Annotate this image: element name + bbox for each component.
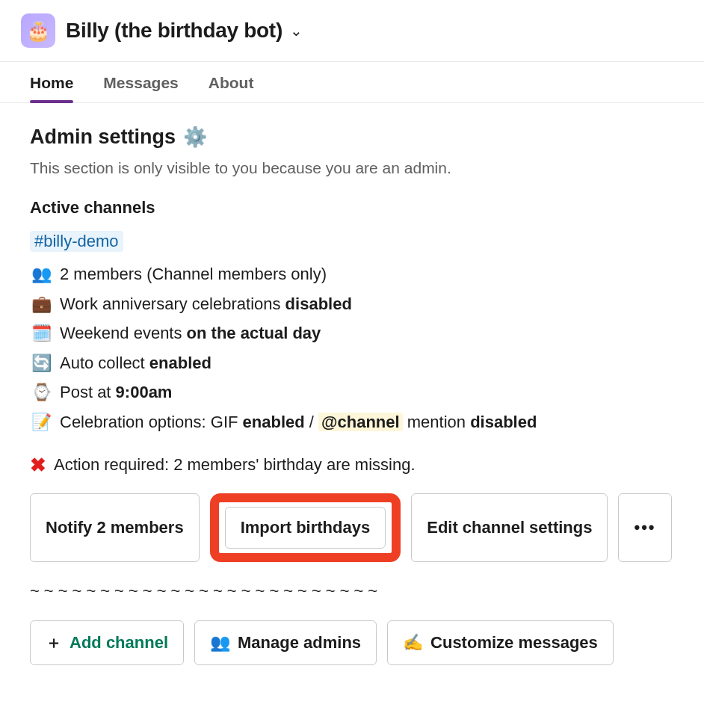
mention-state: disabled [470, 413, 537, 431]
anniversary-state: disabled [285, 294, 352, 313]
info-posttime: ⌚ Post at 9:00am [30, 377, 674, 407]
import-birthdays-button[interactable]: Import birthdays [225, 507, 386, 549]
members-icon: 👥 [30, 259, 52, 289]
add-channel-label: Add channel [70, 633, 168, 653]
members-count: 2 members [60, 265, 146, 283]
customize-messages-button[interactable]: ✍️ Customize messages [387, 620, 614, 665]
section-title-text: Admin settings [30, 126, 176, 149]
tab-about[interactable]: About [209, 62, 254, 102]
weekend-label: Weekend events [60, 324, 187, 342]
tab-messages[interactable]: Messages [103, 62, 178, 102]
mention-tag: @channel [318, 413, 403, 431]
tab-bar: Home Messages About [0, 61, 704, 103]
active-channels-heading: Active channels [30, 198, 674, 218]
content-area: Admin settings ⚙️ This section is only v… [0, 103, 704, 703]
app-title[interactable]: Billy (the birthday bot) [66, 19, 282, 43]
posttime-value: 9:00am [116, 383, 173, 401]
admin-notice: This section is only visible to you beca… [30, 159, 674, 177]
channel-link[interactable]: #billy-demo [30, 231, 123, 252]
manage-admins-button[interactable]: 👥 Manage admins [194, 620, 377, 665]
admin-actions-row: ＋ Add channel 👥 Manage admins ✍️ Customi… [30, 620, 674, 665]
posttime-label: Post at [60, 383, 116, 401]
app-header: 🎂 Billy (the birthday bot) ⌄ [0, 0, 704, 61]
briefcase-icon: 💼 [30, 289, 52, 319]
action-required-text: Action required: 2 members' birthday are… [54, 455, 416, 475]
app-icon: 🎂 [21, 13, 55, 48]
action-required-row: ✖ Action required: 2 members' birthday a… [30, 454, 674, 477]
members-scope: (Channel members only) [146, 265, 327, 283]
add-channel-button[interactable]: ＋ Add channel [30, 620, 184, 665]
info-anniversary: 💼 Work anniversary celebrations disabled [30, 289, 674, 319]
manage-admins-label: Manage admins [238, 633, 361, 653]
calendar-icon: 🗓️ [30, 318, 52, 348]
mention-after: mention [403, 413, 471, 431]
gif-state: enabled [243, 413, 305, 431]
weekend-state: on the actual day [187, 324, 321, 342]
gear-icon: ⚙️ [183, 126, 207, 149]
people-icon: 👥 [210, 633, 230, 653]
writing-icon: ✍️ [403, 633, 423, 653]
plus-icon: ＋ [46, 632, 62, 654]
channel-actions-row: Notify 2 members Import birthdays Edit c… [30, 493, 674, 562]
overflow-menu-button[interactable]: ••• [618, 493, 671, 562]
celebration-prefix: Celebration options: GIF [60, 413, 243, 431]
info-members: 👥 2 members (Channel members only) [30, 259, 674, 289]
chevron-down-icon[interactable]: ⌄ [290, 22, 303, 40]
section-title: Admin settings ⚙️ [30, 126, 674, 149]
memo-icon: 📝 [30, 407, 52, 437]
info-autocollect: 🔄 Auto collect enabled [30, 348, 674, 378]
autocollect-label: Auto collect [60, 354, 149, 372]
section-divider: ~~~~~~~~~~~~~~~~~~~~~~~~~ [30, 582, 674, 601]
highlight-frame: Import birthdays [210, 493, 401, 562]
cake-icon: 🎂 [26, 19, 50, 43]
celebration-sep: / [305, 413, 318, 431]
sync-icon: 🔄 [30, 348, 52, 378]
x-icon: ✖ [30, 454, 46, 477]
anniversary-label: Work anniversary celebrations [60, 294, 285, 313]
customize-messages-label: Customize messages [430, 633, 598, 653]
channel-info-list: 👥 2 members (Channel members only) 💼 Wor… [30, 259, 674, 437]
notify-members-button[interactable]: Notify 2 members [30, 493, 200, 562]
info-celebration: 📝 Celebration options: GIF enabled / @ch… [30, 407, 674, 437]
tab-home[interactable]: Home [30, 62, 73, 102]
autocollect-state: enabled [149, 354, 211, 372]
info-weekend: 🗓️ Weekend events on the actual day [30, 318, 674, 348]
watch-icon: ⌚ [30, 377, 52, 407]
edit-channel-settings-button[interactable]: Edit channel settings [411, 493, 608, 562]
